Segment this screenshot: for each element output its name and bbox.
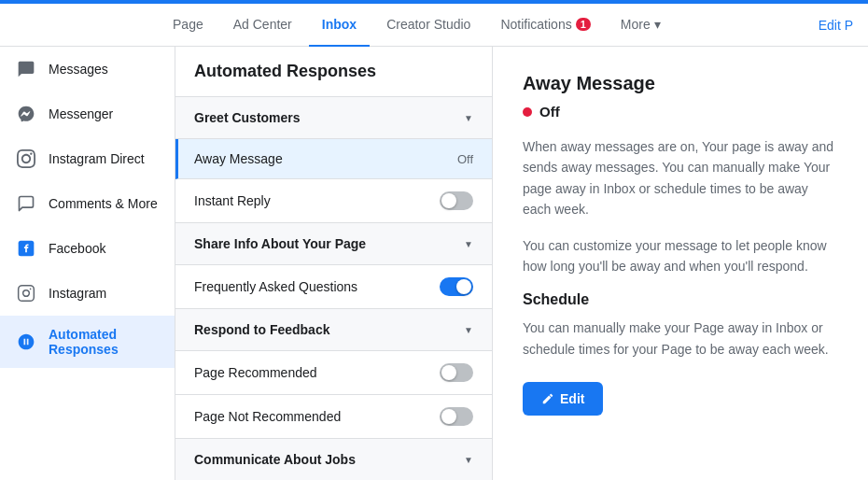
description-2: You can customize your message to let pe… [523, 235, 838, 277]
sidebar-item-instagram[interactable]: Instagram [0, 271, 175, 316]
edit-button[interactable]: Edit [523, 382, 603, 416]
sidebar-label-instagram: Instagram [49, 286, 106, 301]
page-recommended-toggle[interactable] [440, 363, 473, 382]
sidebar-item-comments[interactable]: Comments & More [0, 181, 175, 226]
chevron-down-icon-3: ▼ [464, 325, 473, 335]
chevron-down-icon-2: ▼ [464, 239, 473, 249]
section-communicate-jobs[interactable]: Communicate About Jobs ▼ [175, 439, 492, 480]
sidebar-item-messages[interactable]: Messages [0, 47, 175, 92]
sidebar-label-facebook: Facebook [49, 241, 105, 256]
page-not-recommended-label: Page Not Recommended [194, 409, 341, 424]
nav-links: Page Ad Center Inbox Creator Studio Noti… [15, 4, 819, 47]
edit-icon [541, 392, 554, 405]
sidebar-item-automated[interactable]: Automated Responses [0, 316, 175, 368]
list-item-instant-reply[interactable]: Instant Reply [175, 179, 492, 223]
chevron-down-icon-4: ▼ [464, 455, 473, 465]
nav-more[interactable]: More ▾ [608, 4, 674, 47]
description-1: When away messages are on, Your page is … [523, 136, 838, 220]
status-badge: Off [523, 104, 838, 120]
page-recommended-label: Page Recommended [194, 365, 317, 380]
sidebar-label-messenger: Messenger [49, 106, 113, 121]
instagram-direct-icon [15, 148, 37, 170]
right-panel: Away Message Off When away messages are … [493, 47, 868, 480]
faq-label: Frequently Asked Questions [194, 279, 357, 294]
message-icon [15, 58, 37, 80]
list-item-page-not-recommended[interactable]: Page Not Recommended [175, 395, 492, 439]
section-share-info[interactable]: Share Info About Your Page ▼ [175, 223, 492, 265]
edit-page-link[interactable]: Edit P [819, 18, 853, 33]
panel-title: Automated Responses [175, 47, 492, 97]
status-dot [523, 107, 532, 117]
section-share-label: Share Info About Your Page [194, 236, 366, 251]
edit-button-label: Edit [560, 391, 584, 406]
list-item-faq[interactable]: Frequently Asked Questions [175, 265, 492, 309]
svg-rect-1 [19, 286, 35, 302]
instant-reply-toggle[interactable] [440, 191, 473, 210]
facebook-icon [15, 237, 37, 260]
sidebar-label-automated: Automated Responses [49, 327, 160, 357]
sidebar-label-instagram-direct: Instagram Direct [49, 151, 145, 166]
messenger-icon [15, 103, 37, 125]
section-greet-label: Greet Customers [194, 110, 301, 125]
svg-point-2 [23, 290, 30, 297]
notification-badge: 1 [576, 18, 591, 31]
nav-page[interactable]: Page [160, 4, 217, 47]
sidebar-item-facebook[interactable]: Facebook [0, 226, 175, 271]
top-nav: Page Ad Center Inbox Creator Studio Noti… [0, 4, 868, 47]
comment-icon [15, 192, 37, 215]
section-greet-customers[interactable]: Greet Customers ▼ [175, 97, 492, 139]
nav-inbox[interactable]: Inbox [309, 4, 370, 47]
away-message-value: Off [457, 152, 473, 166]
nav-notifications[interactable]: Notifications 1 [487, 4, 603, 47]
page-not-recommended-toggle[interactable] [440, 407, 473, 426]
right-panel-title: Away Message [523, 73, 838, 94]
list-item-away-message[interactable]: Away Message Off [175, 139, 492, 179]
nav-creator[interactable]: Creator Studio [373, 4, 483, 47]
automated-icon [15, 331, 37, 353]
sidebar-label-comments: Comments & More [49, 196, 158, 211]
sidebar-label-messages: Messages [49, 62, 108, 77]
section-respond-feedback[interactable]: Respond to Feedback ▼ [175, 309, 492, 351]
section-jobs-label: Communicate About Jobs [194, 452, 356, 467]
middle-panel: Automated Responses Greet Customers ▼ Aw… [175, 47, 493, 480]
chevron-down-icon: ▼ [464, 113, 473, 123]
status-text: Off [539, 104, 560, 120]
faq-toggle[interactable] [440, 277, 473, 296]
schedule-desc: You can manually make your Page away in … [523, 318, 838, 360]
sidebar: Messages Messenger Instagram Direct Comm… [0, 47, 175, 480]
schedule-title: Schedule [523, 291, 838, 308]
nav-adcenter[interactable]: Ad Center [220, 4, 305, 47]
list-item-page-recommended[interactable]: Page Recommended [175, 351, 492, 395]
sidebar-item-instagram-direct[interactable]: Instagram Direct [0, 136, 175, 181]
svg-point-3 [30, 289, 32, 290]
instant-reply-label: Instant Reply [194, 193, 271, 208]
sidebar-item-messenger[interactable]: Messenger [0, 92, 175, 136]
away-message-label: Away Message [194, 151, 283, 166]
section-feedback-label: Respond to Feedback [194, 322, 329, 337]
instagram-icon [15, 282, 37, 304]
